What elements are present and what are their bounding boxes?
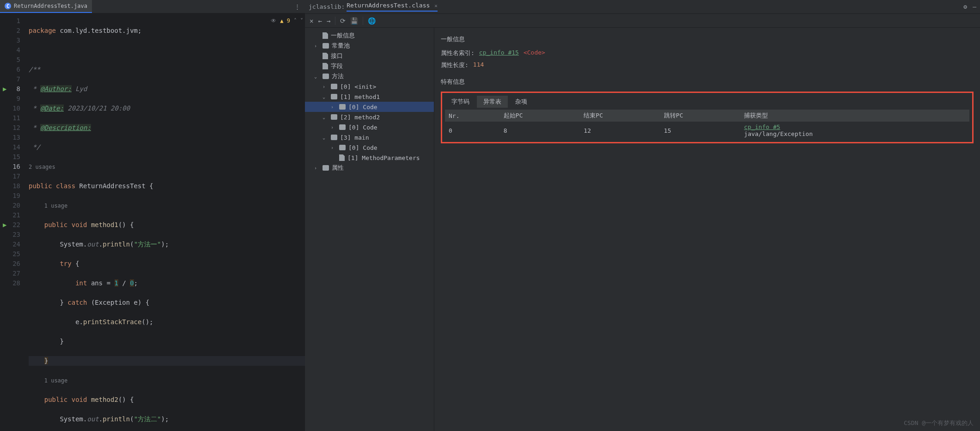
editor-tabs: C ReturnAddressTest.java ⋮ [0,0,305,13]
tab-misc[interactable]: 杂项 [509,96,534,108]
globe-icon[interactable]: 🌐 [368,17,376,25]
line-number-gutter[interactable]: 1234567 ▶8 9101112131415 16 1718192021 ▶… [0,13,23,431]
file-icon [339,154,345,161]
folder-icon [339,124,346,130]
jclasslib-label: jclasslib: [309,3,345,10]
file-icon [323,63,328,69]
tree-method2[interactable]: ⌄[2] method2 [305,112,434,122]
file-tab[interactable]: C ReturnAddressTest.java [0,0,92,13]
chevron-down-icon[interactable]: ˅ [300,16,303,26]
exception-class: java/lang/Exception [744,130,813,137]
tab-bytecode[interactable]: 字节码 [445,96,476,108]
class-tab[interactable]: ReturnAddressTest.class ✕ [347,2,437,12]
arrow-right-icon[interactable]: → [327,17,330,25]
attr-index-row: 属性名索引: cp_info #15 <Code> [441,49,974,57]
arrow-left-icon[interactable]: ← [318,17,322,25]
col-start: 起始PC [500,110,580,122]
folder-icon [323,74,329,79]
col-nr: Nr. [445,110,500,122]
tree-method1[interactable]: ⌄[1] method1 [305,92,434,102]
hide-icon[interactable]: — [973,3,976,10]
tree-main[interactable]: ⌄[3] main [305,132,434,142]
folder-icon [323,43,329,49]
col-end: 结束PC [580,110,660,122]
folder-icon [339,145,346,150]
tree-interfaces[interactable]: 接口 [305,51,434,61]
editor-pane: C ReturnAddressTest.java ⋮ 👁 ▲ 9 ˄ ˅ 123… [0,0,305,431]
code-area[interactable]: package com.lyd.testboot.jvm; /** * @Aut… [23,13,305,431]
detail-heading-general: 一般信息 [441,35,974,43]
close-x-icon[interactable]: ✕ [310,17,313,25]
tab-overflow-icon[interactable]: ⋮ [290,3,305,10]
class-tree[interactable]: 一般信息 ›常量池 接口 字段 ⌄方法 ›[0] <init> ⌄[1] met… [305,28,434,431]
tree-constpool[interactable]: ›常量池 [305,41,434,51]
folder-icon [339,104,346,110]
gear-icon[interactable]: ⚙ [963,3,967,10]
class-file-icon: C [5,3,11,9]
tree-method-init[interactable]: ›[0] <init> [305,81,434,92]
code-tag: <Code> [523,49,545,57]
folder-icon [331,94,337,99]
folder-icon [331,114,337,120]
tree-main-params[interactable]: [1] MethodParameters [305,153,434,163]
folder-icon [323,165,329,171]
folder-icon [331,135,337,140]
tree-method2-code[interactable]: ›[0] Code [305,122,434,132]
code-editor[interactable]: 👁 ▲ 9 ˄ ˅ 1234567 ▶8 9101112131415 16 17… [0,13,305,431]
file-icon [323,32,328,39]
tree-attrs[interactable]: ›属性 [305,163,434,173]
tree-method1-code[interactable]: ›[0] Code [305,102,434,112]
attr-length-value: 114 [473,61,484,69]
attr-length-row: 属性长度: 114 [441,61,974,69]
jclasslib-pane: jclasslib: ReturnAddressTest.class ✕ ⚙ —… [305,0,980,431]
tree-methods[interactable]: ⌄方法 [305,71,434,81]
col-jump: 跳转PC [660,110,741,122]
warning-badge: ▲ 9 [280,16,290,26]
cp-info-15-link[interactable]: cp_info #15 [479,49,519,57]
table-header-row: Nr. 起始PC 结束PC 跳转PC 捕获类型 [445,110,969,122]
separator [335,17,335,25]
col-catch: 捕获类型 [740,110,969,122]
right-content: 一般信息 ›常量池 接口 字段 ⌄方法 ›[0] <init> ⌄[1] met… [305,28,980,431]
tab-exception-table[interactable]: 异常表 [477,96,508,108]
toolbar: ✕ ← → ⟳ 💾 🌐 [305,14,980,28]
save-icon[interactable]: 💾 [350,17,358,25]
eye-icon: 👁 [271,16,276,26]
tree-general[interactable]: 一般信息 [305,31,434,41]
close-icon[interactable]: ✕ [434,3,438,9]
detail-heading-specific: 特有信息 [441,78,974,86]
kw-package: package [29,27,56,34]
detail-pane: 一般信息 属性名索引: cp_info #15 <Code> 属性长度: 114… [434,28,980,431]
table-row[interactable]: 0 8 12 15 cp_info #5 java/lang/Exception [445,122,969,139]
file-tab-label: ReturnAddressTest.java [14,3,87,9]
tree-main-code[interactable]: ›[0] Code [305,142,434,153]
cp-info-5-link[interactable]: cp_info #5 [744,123,780,130]
chevron-up-icon[interactable]: ˄ [294,16,297,26]
detail-subtabs: 字节码 异常表 杂项 [445,96,969,108]
tree-fields[interactable]: 字段 [305,61,434,71]
folder-icon [331,84,337,89]
right-tabs: jclasslib: ReturnAddressTest.class ✕ ⚙ — [305,0,980,14]
separator [363,17,363,25]
file-icon [323,53,328,59]
refresh-icon[interactable]: ⟳ [340,17,346,25]
watermark: CSDN @一个有梦有戏的人 [904,419,974,427]
inspection-indicators[interactable]: 👁 ▲ 9 ˄ ˅ [271,16,303,26]
highlighted-box: 字节码 异常表 杂项 Nr. 起始PC 结束PC 跳转PC 捕获类型 0 8 [441,92,974,143]
exception-table: Nr. 起始PC 结束PC 跳转PC 捕获类型 0 8 12 15 cp_inf… [445,110,969,139]
